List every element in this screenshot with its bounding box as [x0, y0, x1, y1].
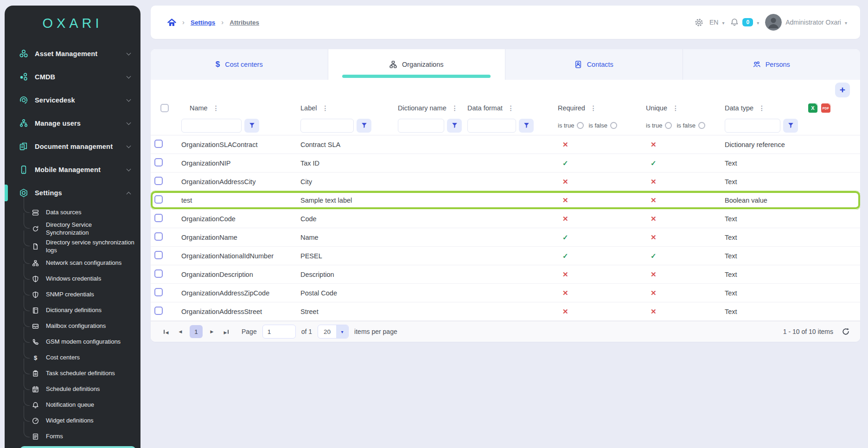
- refresh-button[interactable]: [842, 327, 850, 336]
- breadcrumb-attributes-link[interactable]: Attributes: [230, 19, 259, 26]
- tab-persons[interactable]: Persons: [683, 49, 861, 80]
- table-row[interactable]: OrganizationAddressStreet Street ✕ ✕ Tex…: [151, 302, 860, 321]
- select-all-checkbox[interactable]: [160, 104, 169, 112]
- contact-card-icon: [574, 61, 582, 68]
- home-icon[interactable]: [167, 19, 176, 26]
- tab-contacts[interactable]: Contacts: [505, 49, 683, 80]
- main-content: Settings Attributes EN 0 Administrator O…: [151, 6, 860, 342]
- sidebar-item-asset-management[interactable]: Asset Management: [5, 42, 140, 65]
- unique-is-true-radio[interactable]: [665, 122, 672, 129]
- label-filter-button[interactable]: [357, 119, 371, 133]
- chevron-down-icon: [722, 19, 724, 26]
- column-menu-icon[interactable]: [590, 104, 597, 112]
- dictionary-name-filter-input[interactable]: [398, 119, 444, 133]
- column-menu-icon[interactable]: [322, 104, 328, 112]
- column-label-dictionary-name: Dictionary name: [398, 104, 447, 112]
- data-format-filter-button[interactable]: [519, 119, 534, 133]
- row-checkbox[interactable]: [154, 177, 163, 185]
- last-page-button[interactable]: [221, 326, 231, 338]
- sidebar-item-forms[interactable]: Forms: [5, 429, 140, 445]
- pagination-summary: 1 - 10 of 10 items: [783, 327, 850, 336]
- tab-organizations[interactable]: Organizations: [328, 49, 506, 80]
- page-size-select[interactable]: 20: [318, 325, 349, 339]
- cell-data-type: Text: [721, 252, 860, 260]
- column-menu-icon[interactable]: [213, 104, 219, 112]
- row-checkbox[interactable]: [154, 307, 163, 315]
- calendar-icon: [32, 386, 39, 393]
- log-file-icon: [32, 243, 39, 250]
- table-row[interactable]: OrganizationAddressCity City ✕ ✕ Text: [151, 173, 860, 191]
- table-row[interactable]: OrganizationNIP Tax ID ✓ ✓ Text: [151, 154, 860, 173]
- sidebar-item-manage-users[interactable]: Manage users: [5, 112, 140, 135]
- row-checkbox[interactable]: [154, 232, 163, 241]
- column-menu-icon[interactable]: [508, 104, 514, 112]
- dictionary-name-filter-button[interactable]: [447, 119, 462, 133]
- table-row[interactable]: OrganizationSLAContract Contract SLA ✕ ✕…: [151, 135, 860, 154]
- unique-is-false-radio[interactable]: [698, 122, 705, 129]
- data-format-filter-input[interactable]: [467, 119, 516, 133]
- next-page-button[interactable]: [207, 326, 217, 338]
- shield-icon: [32, 275, 39, 282]
- name-filter-input[interactable]: [181, 119, 242, 133]
- row-checkbox[interactable]: [154, 251, 163, 259]
- unique-is-false-label: is false: [677, 122, 695, 129]
- row-checkbox[interactable]: [154, 195, 163, 204]
- required-is-true-radio[interactable]: [577, 122, 584, 129]
- page-number-input[interactable]: [262, 325, 296, 339]
- chevron-down-icon: [757, 19, 759, 26]
- name-filter-button[interactable]: [244, 119, 259, 133]
- cell-label: Code: [297, 215, 394, 223]
- data-type-filter-input[interactable]: [725, 119, 780, 133]
- cell-data-type: Dictionary reference: [721, 141, 860, 148]
- column-menu-icon[interactable]: [759, 104, 765, 112]
- row-checkbox[interactable]: [154, 288, 163, 296]
- table-row[interactable]: OrganizationNationalIdNumber PESEL ✓ ✓ T…: [151, 247, 860, 265]
- column-menu-icon[interactable]: [452, 104, 458, 112]
- required-mark: ✕: [554, 141, 642, 149]
- user-menu[interactable]: Administrator Oxari: [765, 14, 847, 31]
- sidebar-item-servicedesk[interactable]: Servicedesk: [5, 89, 140, 112]
- column-menu-icon[interactable]: [672, 104, 679, 112]
- sidebar-item-attributes[interactable]: Attributes: [20, 446, 136, 448]
- sidebar-item-document-management[interactable]: Document management: [5, 135, 140, 158]
- gear-icon[interactable]: [695, 18, 703, 27]
- chevron-down-icon: [127, 97, 131, 102]
- add-attribute-button[interactable]: +: [835, 83, 850, 97]
- row-checkbox[interactable]: [154, 158, 163, 166]
- sidebar-item-label: CMDB: [35, 73, 55, 81]
- export-pdf-icon[interactable]: PDF: [821, 103, 830, 113]
- sidebar-item-mobile-management[interactable]: Mobile Management: [5, 158, 140, 181]
- row-checkbox[interactable]: [154, 269, 163, 278]
- language-selector[interactable]: EN: [709, 19, 724, 26]
- first-page-button[interactable]: [161, 326, 171, 338]
- row-checkbox[interactable]: [154, 214, 163, 222]
- chevron-down-icon: [127, 120, 131, 125]
- previous-page-button[interactable]: [175, 326, 185, 338]
- cell-data-type: Text: [721, 234, 860, 241]
- cell-label: Description: [297, 271, 394, 278]
- tab-cost-centers[interactable]: Cost centers: [151, 49, 328, 80]
- current-page-button[interactable]: 1: [190, 325, 203, 338]
- unique-mark: ✕: [642, 196, 721, 205]
- required-is-false-radio[interactable]: [610, 122, 617, 129]
- row-checkbox[interactable]: [154, 140, 163, 148]
- export-excel-icon[interactable]: X: [808, 103, 817, 113]
- table-row-highlighted[interactable]: test Sample text label ✕ ✕ Boolean value: [151, 191, 860, 210]
- table-row[interactable]: OrganizationName Name ✓ ✕ Text: [151, 228, 860, 247]
- breadcrumb-settings-link[interactable]: Settings: [191, 19, 215, 26]
- table-row[interactable]: OrganizationDescription Description ✕ ✕ …: [151, 265, 860, 284]
- cell-name: OrganizationNationalIdNumber: [178, 252, 297, 260]
- dollar-icon: [216, 60, 220, 69]
- table-row[interactable]: OrganizationCode Code ✕ ✕ Text: [151, 210, 860, 228]
- attributes-panel: Cost centers Organizations Contacts Pers…: [151, 49, 860, 342]
- cell-data-type: Text: [721, 160, 860, 167]
- data-type-filter-button[interactable]: [783, 119, 798, 133]
- sidebar-item-label: Mobile Management: [35, 166, 101, 173]
- notifications-button[interactable]: 0: [730, 18, 759, 26]
- caret-right-icon: [224, 328, 227, 335]
- label-filter-input[interactable]: [300, 119, 354, 133]
- sidebar-item-cmdb[interactable]: CMDB: [5, 65, 140, 89]
- cell-label: Postal Code: [297, 289, 394, 297]
- table-row[interactable]: OrganizationAddressZipCode Postal Code ✕…: [151, 284, 860, 302]
- breadcrumb-separator: [182, 18, 185, 26]
